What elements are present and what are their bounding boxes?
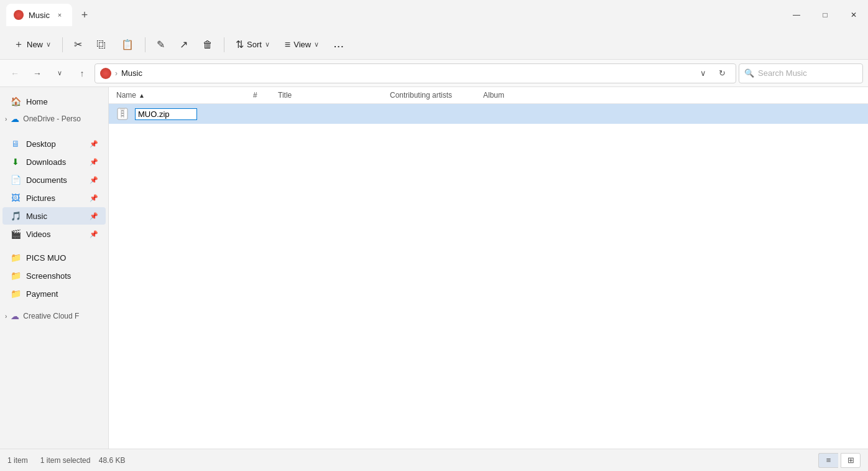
expand-icon-creative-cloud: › (5, 313, 7, 320)
svg-rect-5 (121, 113, 124, 114)
rename-button[interactable]: ✎ (150, 35, 171, 54)
dropdown-button[interactable]: ∨ (50, 63, 70, 83)
sidebar-item-onedrive[interactable]: › ☁ OneDrive - Perso (0, 111, 108, 127)
toolbar: ＋ New ∨ ✂ ⿻ 📋 ✎ ↗ 🗑 ⇅ Sort ∨ ≡ View ∨ .. (0, 30, 868, 60)
column-album[interactable]: Album (483, 91, 861, 100)
active-tab[interactable]: Music × (6, 4, 72, 26)
maximize-button[interactable]: □ (811, 4, 839, 26)
column-title-label: Title (278, 91, 292, 100)
pin-icon-desktop: 📌 (90, 140, 98, 148)
search-bar[interactable]: 🔍 Search Music (739, 63, 863, 83)
tab-music-icon (14, 10, 24, 20)
documents-icon: 📄 (10, 174, 21, 185)
view-icon: ≡ (285, 39, 290, 50)
cut-button[interactable]: ✂ (68, 35, 88, 54)
view-button[interactable]: ≡ View ∨ (279, 35, 325, 54)
sidebar-label-downloads: Downloads (26, 157, 66, 167)
sidebar-item-pictures[interactable]: 🖼 Pictures 📌 (2, 189, 106, 207)
sidebar-item-documents[interactable]: 📄 Documents 📌 (2, 171, 106, 189)
tab-close-button[interactable]: × (55, 10, 65, 20)
toolbar-separator-3 (224, 37, 224, 52)
view-dropdown-arrow: ∨ (314, 40, 319, 49)
column-name-label: Name (116, 91, 136, 100)
column-hash[interactable]: # (253, 91, 278, 100)
title-bar: Music × + — □ ✕ (0, 0, 868, 30)
minimize-button[interactable]: — (782, 4, 811, 26)
new-tab-button[interactable]: + (75, 5, 95, 25)
status-right: ≡ ⊞ (818, 453, 861, 468)
refresh-button[interactable]: ↻ (713, 65, 731, 82)
sort-arrow-name: ▲ (139, 92, 145, 99)
new-label: New (27, 40, 43, 49)
list-view-button[interactable]: ≡ (818, 453, 838, 468)
column-title[interactable]: Title (278, 91, 390, 100)
close-button[interactable]: ✕ (839, 4, 868, 26)
file-size: 48.6 KB (99, 456, 126, 465)
pin-icon-videos: 📌 (90, 230, 98, 238)
folder-pics-muo-icon: 📁 (10, 252, 21, 263)
pin-icon-music: 📌 (90, 212, 98, 220)
videos-icon: 🎬 (10, 228, 21, 240)
column-hash-label: # (253, 91, 257, 100)
sidebar-label-payment: Payment (26, 289, 58, 299)
sidebar-label-pics-muo: PICS MUO (26, 253, 66, 263)
back-button[interactable]: ← (5, 63, 25, 83)
file-list: Name ▲ # Title Contributing artists Albu… (109, 87, 868, 449)
address-bar[interactable]: › Music ∨ ↻ (95, 63, 736, 83)
file-row-muo-zip[interactable] (109, 104, 868, 124)
home-icon: 🏠 (10, 96, 21, 107)
folder-payment-icon: 📁 (10, 288, 21, 299)
view-label: View (293, 40, 311, 49)
status-bar: 1 item 1 item selected 48.6 KB ≡ ⊞ (0, 449, 868, 471)
copy-button[interactable]: ⿻ (91, 35, 113, 54)
sidebar-item-creative-cloud[interactable]: › ☁ Creative Cloud F (0, 308, 108, 324)
sidebar-label-creative-cloud: Creative Cloud F (23, 312, 79, 320)
address-music-icon (100, 68, 111, 79)
sidebar-item-payment[interactable]: 📁 Payment (2, 285, 106, 302)
onedrive-icon: ☁ (9, 113, 21, 124)
selected-info: 1 item selected (40, 456, 91, 465)
desktop-icon: 🖥 (10, 138, 21, 149)
file-zip-icon (116, 108, 129, 120)
grid-view-button[interactable]: ⊞ (841, 453, 861, 468)
sidebar-item-home[interactable]: 🏠 Home (2, 93, 106, 110)
search-placeholder: Search Music (758, 68, 807, 78)
pin-icon-documents: 📌 (90, 176, 98, 184)
new-icon: ＋ (14, 38, 24, 51)
sort-label: Sort (247, 40, 262, 49)
cut-icon: ✂ (74, 39, 82, 50)
sort-icon: ⇅ (236, 39, 244, 50)
sidebar-label-onedrive: OneDrive - Perso (23, 114, 81, 123)
share-button[interactable]: ↗ (173, 35, 194, 54)
rename-icon: ✎ (157, 39, 165, 50)
toolbar-separator-2 (145, 37, 145, 52)
more-button[interactable]: ... (328, 36, 351, 53)
delete-button[interactable]: 🗑 (196, 35, 219, 54)
sidebar-item-pics-muo[interactable]: 📁 PICS MUO (2, 249, 106, 266)
tab-area: Music × + (6, 4, 782, 26)
tab-title: Music (29, 11, 50, 20)
status-info: 1 item 1 item selected 48.6 KB (7, 456, 125, 465)
column-name[interactable]: Name ▲ (116, 91, 253, 100)
sidebar-item-videos[interactable]: 🎬 Videos 📌 (2, 225, 106, 243)
sidebar-item-music[interactable]: 🎵 Music 📌 (2, 207, 106, 225)
file-rename-input[interactable] (135, 108, 197, 120)
sidebar-item-downloads[interactable]: ⬇ Downloads 📌 (2, 153, 106, 170)
column-artists[interactable]: Contributing artists (390, 91, 483, 100)
up-button[interactable]: ↑ (72, 63, 92, 83)
paste-button[interactable]: 📋 (115, 35, 140, 54)
sidebar-item-screenshots[interactable]: 📁 Screenshots (2, 267, 106, 284)
new-dropdown-arrow: ∨ (46, 40, 51, 49)
forward-button[interactable]: → (27, 63, 47, 83)
sidebar-label-documents: Documents (26, 175, 67, 185)
sort-button[interactable]: ⇅ Sort ∨ (229, 35, 276, 54)
sidebar-label-music: Music (26, 212, 47, 221)
new-button[interactable]: ＋ New ∨ (7, 34, 57, 55)
sidebar-label-screenshots: Screenshots (26, 271, 71, 281)
pin-icon-pictures: 📌 (90, 194, 98, 202)
paste-icon: 📋 (121, 39, 134, 50)
sidebar-item-desktop[interactable]: 🖥 Desktop 📌 (2, 135, 106, 152)
svg-rect-4 (121, 110, 124, 111)
address-dropdown-button[interactable]: ∨ (695, 65, 712, 82)
svg-rect-1 (120, 108, 125, 110)
